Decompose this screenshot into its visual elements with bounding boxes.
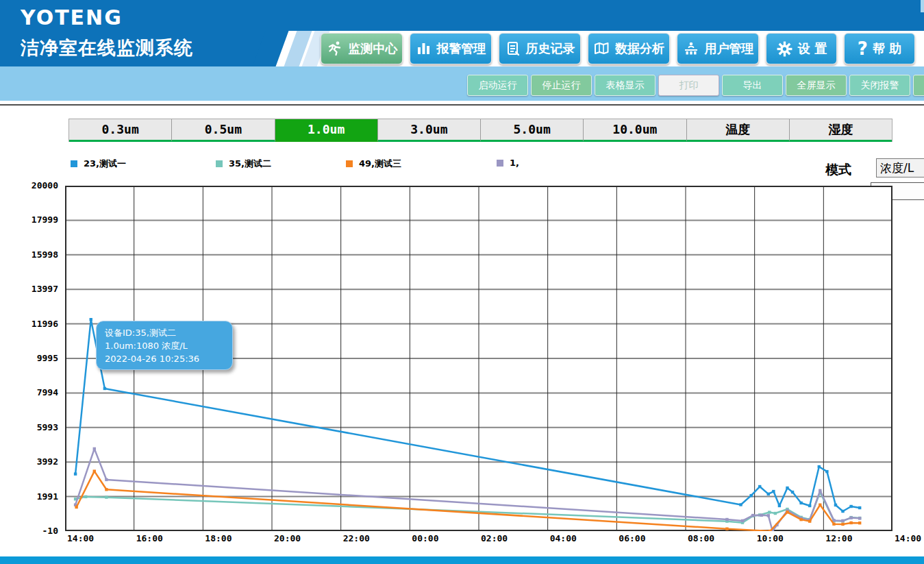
y-tick-label: 7994: [37, 387, 58, 397]
x-tick-label: 14:00: [895, 533, 921, 543]
legend-label: 23,测试一: [84, 158, 126, 170]
y-tick-label: 3992: [37, 456, 58, 467]
tooltip-device: 设备ID:35,测试二: [105, 326, 224, 339]
close-alarm-button[interactable]: 关闭报警: [849, 75, 910, 96]
tab-0.3um[interactable]: 0.3um: [69, 119, 172, 142]
y-tick-label: -10: [42, 526, 58, 536]
tab-temperature[interactable]: 温度: [687, 119, 790, 142]
nav-label: 帮 助: [873, 40, 901, 57]
legend-item: 1,: [497, 158, 519, 168]
question-icon: ?: [858, 40, 868, 57]
main-nav: 监测中心 报警管理 历史记录 数据分析 用户管理: [321, 33, 915, 64]
size-tabs: 0.3um 0.5um 1.0um 3.0um 5.0um 10.0um 温度 …: [68, 119, 892, 142]
legend-item: 49,测试三: [346, 158, 401, 170]
legend-swatch-blue: [71, 160, 77, 167]
legend-label: 49,测试三: [359, 158, 401, 170]
y-tick-label: 1991: [37, 491, 58, 502]
y-tick-label: 11996: [32, 319, 58, 329]
y-axis-labels: 2000017999159981399711996999579945993399…: [10, 186, 62, 531]
x-tick-label: 02:00: [481, 533, 508, 543]
nav-history-button[interactable]: 历史记录: [499, 33, 581, 64]
tab-humidity[interactable]: 湿度: [790, 119, 892, 142]
nav-data-analysis-button[interactable]: 数据分析: [588, 33, 670, 64]
tab-1.0um[interactable]: 1.0um: [275, 119, 378, 142]
app-logo: YOTENG: [21, 5, 123, 29]
user-group-icon: [682, 40, 700, 57]
legend-label: 35,测试二: [229, 158, 271, 170]
y-tick-label: 17999: [32, 214, 58, 225]
divider-rule: [0, 104, 924, 106]
x-tick-label: 20:00: [274, 533, 301, 543]
x-tick-label: 00:00: [412, 533, 438, 543]
print-button[interactable]: 打印: [658, 75, 719, 96]
tab-5.0um[interactable]: 5.0um: [481, 119, 584, 142]
x-tick-label: 04:00: [550, 533, 577, 543]
x-tick-label: 06:00: [619, 533, 645, 543]
tab-0.5um[interactable]: 0.5um: [172, 119, 275, 142]
nav-label: 用户管理: [705, 40, 754, 57]
legend-item: 35,测试二: [216, 158, 271, 170]
runner-icon: [326, 40, 344, 57]
tooltip-timestamp: 2022-04-26 10:25:36: [105, 352, 224, 365]
gear-icon: [776, 40, 793, 58]
nav-label: 数据分析: [615, 40, 664, 57]
nav-user-management-button[interactable]: 用户管理: [677, 33, 759, 64]
x-tick-label: 10:00: [757, 533, 784, 543]
y-tick-label: 5993: [37, 422, 58, 432]
mode-label: 模式: [825, 161, 851, 179]
corner-sliver: [921, 0, 924, 12]
mode-select[interactable]: 浓度/L: [876, 158, 924, 177]
y-tick-label: 15998: [32, 249, 58, 260]
x-tick-label: 12:00: [825, 533, 852, 543]
nav-label: 报警管理: [437, 40, 486, 57]
data-analysis-icon: [593, 40, 610, 57]
nav-alarm-management-button[interactable]: 报警管理: [410, 33, 492, 64]
legend-swatch-purple: [497, 160, 503, 167]
nav-label: 设 置: [798, 40, 827, 57]
start-run-button[interactable]: 启动运行: [467, 75, 528, 96]
table-view-button[interactable]: 表格显示: [595, 75, 655, 96]
chart-legend: 23,测试一 35,测试二 49,测试三 1,: [0, 158, 924, 173]
nav-label: 历史记录: [526, 40, 575, 57]
tooltip-value: 1.0um:1080 浓度/L: [105, 339, 224, 352]
bar-chart-icon: [416, 40, 432, 57]
legend-swatch-teal: [216, 160, 223, 167]
data-point-tooltip: 设备ID:35,测试二 1.0um:1080 浓度/L 2022-04-26 1…: [96, 321, 233, 370]
export-button[interactable]: 导出: [722, 75, 783, 96]
x-tick-label: 18:00: [205, 533, 232, 543]
partial-toolbar-button[interactable]: [913, 75, 924, 96]
legend-item: 23,测试一: [71, 158, 126, 170]
x-tick-label: 14:00: [67, 533, 94, 543]
y-tick-label: 9995: [37, 353, 58, 363]
bottom-status-bar: [0, 556, 924, 564]
x-tick-label: 08:00: [688, 533, 714, 543]
legend-swatch-orange: [346, 160, 353, 167]
x-tick-label: 22:00: [343, 533, 370, 543]
toolbar: 启动运行 停止运行 表格显示 打印 导出 全屏显示 关闭报警: [467, 75, 924, 96]
x-tick-label: 16:00: [136, 533, 163, 543]
y-tick-label: 13997: [32, 284, 58, 294]
stop-run-button[interactable]: 停止运行: [531, 75, 592, 96]
tab-3.0um[interactable]: 3.0um: [378, 119, 481, 142]
nav-monitor-center-button[interactable]: 监测中心: [321, 33, 403, 64]
legend-label: 1,: [510, 158, 519, 168]
y-tick-label: 20000: [32, 180, 58, 191]
x-axis-labels: 14:0016:0018:0020:0022:0000:0002:0004:00…: [65, 533, 924, 547]
nav-help-button[interactable]: ? 帮 助: [844, 33, 915, 64]
app-subtitle: 洁净室在线监测系统: [21, 36, 193, 60]
nav-settings-button[interactable]: 设 置: [766, 33, 837, 64]
tab-10.0um[interactable]: 10.0um: [584, 119, 686, 142]
history-doc-icon: [505, 40, 521, 57]
fullscreen-button[interactable]: 全屏显示: [786, 75, 847, 96]
nav-label: 监测中心: [349, 40, 398, 57]
app-window: YOTENG 洁净室在线监测系统 监测中心 报警管理 历史记录 数据分析: [0, 0, 924, 564]
